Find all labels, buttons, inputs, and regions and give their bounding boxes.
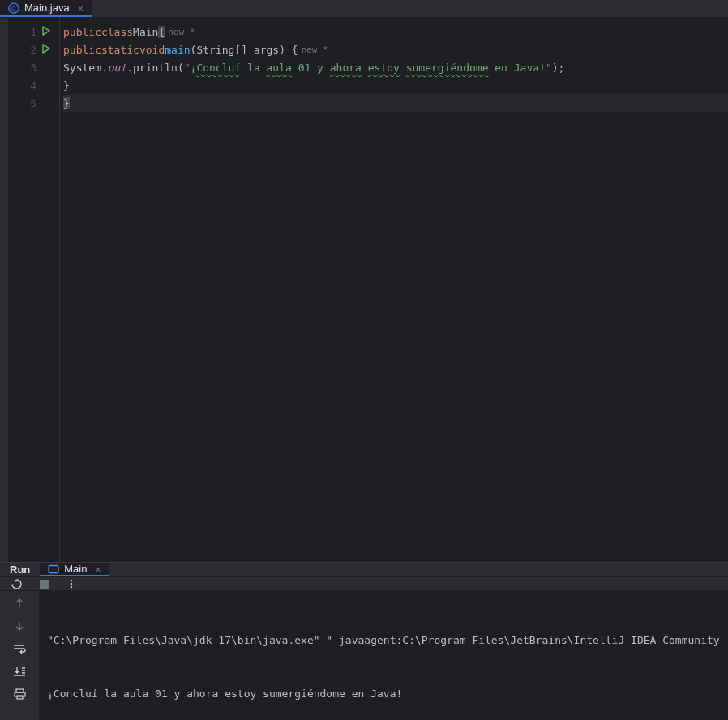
svg-point-6 [71, 586, 72, 588]
svg-point-5 [71, 583, 72, 585]
close-icon[interactable]: ✕ [78, 2, 84, 14]
console-command: "C:\Program Files\Java\jdk-17\bin\java.e… [47, 632, 720, 649]
more-actions-button[interactable] [65, 577, 78, 590]
code-line[interactable]: public static void main(String[] args) {… [63, 41, 728, 58]
rerun-button[interactable] [10, 577, 23, 590]
line-number: 2 [20, 44, 36, 56]
code-line[interactable]: public class Main { new * [63, 23, 728, 41]
svg-rect-3 [40, 580, 49, 589]
java-class-icon: C [8, 2, 19, 14]
down-arrow-icon[interactable] [12, 619, 27, 633]
svg-text:C: C [11, 5, 16, 12]
svg-point-4 [71, 580, 72, 581]
run-gutter-icon[interactable] [41, 26, 53, 38]
up-arrow-icon[interactable] [12, 596, 27, 611]
scroll-to-end-icon[interactable] [12, 664, 27, 679]
run-side-toolbar [0, 591, 39, 720]
code-line[interactable]: System.out.println("¡Concluí la aula 01 … [63, 58, 728, 76]
console-output-line: ¡Concluí la aula 01 y ahora estoy sumerg… [47, 685, 720, 703]
run-panel: Run Main ✕ [0, 562, 728, 720]
line-number: 5 [20, 97, 36, 109]
run-panel-header: Run Main ✕ [0, 563, 728, 577]
run-tab-label: Main [64, 563, 87, 575]
editor-tabs: C Main.java ✕ [0, 0, 728, 18]
editor: 1 2 3 4 5 public class Main { new * publ… [0, 18, 728, 562]
run-toolbar [0, 577, 728, 591]
line-number: 3 [20, 62, 36, 74]
console-output[interactable]: "C:\Program Files\Java\jdk-17\bin\java.e… [39, 591, 728, 720]
svg-rect-2 [49, 565, 58, 572]
code-line[interactable]: } [63, 76, 728, 94]
print-icon[interactable] [12, 687, 27, 701]
run-gutter-icon[interactable] [41, 44, 53, 56]
soft-wrap-icon[interactable] [12, 641, 27, 656]
run-config-icon [48, 564, 59, 575]
run-body: "C:\Program Files\Java\jdk-17\bin\java.e… [0, 591, 728, 720]
tab-label: Main.java [24, 2, 70, 14]
svg-rect-9 [17, 696, 23, 699]
run-tab-main[interactable]: Main ✕ [40, 563, 109, 576]
code-area[interactable]: public class Main { new * public static … [59, 18, 728, 562]
line-number: 4 [20, 79, 36, 92]
close-icon[interactable]: ✕ [95, 564, 101, 575]
editor-tab-main-java[interactable]: C Main.java ✕ [0, 0, 92, 17]
run-panel-title: Run [0, 564, 40, 576]
line-number: 1 [20, 26, 36, 38]
code-line[interactable]: } [63, 94, 728, 112]
gutter: 1 2 3 4 5 [0, 18, 59, 562]
stop-button[interactable] [37, 577, 50, 590]
